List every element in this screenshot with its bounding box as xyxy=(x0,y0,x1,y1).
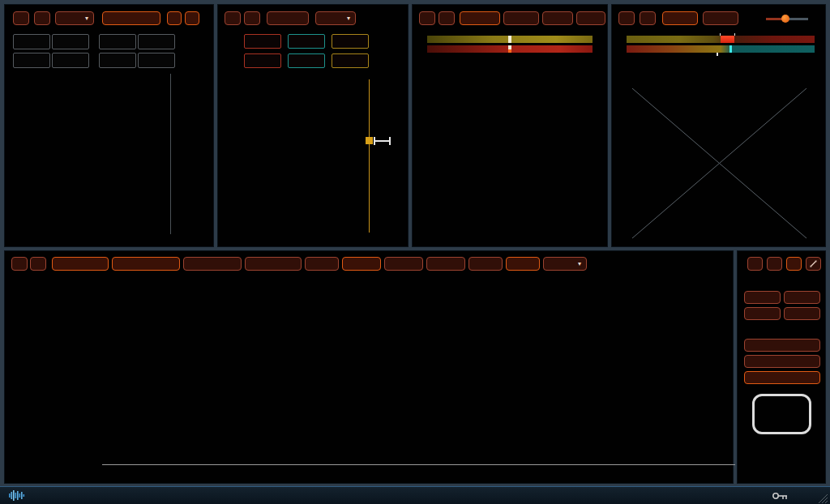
lra-range-bar xyxy=(374,140,391,142)
bit-pattern-panel xyxy=(412,4,608,247)
sl-lufs-value xyxy=(332,53,369,68)
balance-marker xyxy=(721,36,734,43)
resize-grip[interactable] xyxy=(817,493,828,504)
hawkeye-analyzer-window: { "colors": {"accent":"#ff821e","red":"#… xyxy=(0,0,830,504)
lra-histogram-axis xyxy=(369,79,370,233)
level-meter-panel: ▾ xyxy=(4,4,214,247)
solo-mid-button[interactable] xyxy=(744,307,781,320)
pano-phase-button[interactable] xyxy=(183,257,242,271)
reset-button[interactable] xyxy=(11,257,28,271)
hold-button[interactable] xyxy=(342,257,381,271)
dc-offset-left-marker xyxy=(508,36,511,43)
spl-logo xyxy=(752,394,811,434)
lra-marker xyxy=(366,137,373,144)
ballistics-slider[interactable] xyxy=(766,14,808,23)
monitoring-panel xyxy=(737,250,826,484)
dbtp-value xyxy=(138,53,175,68)
reset-button[interactable] xyxy=(225,11,241,25)
dbtp-value xyxy=(99,53,136,68)
correlation-center-tick xyxy=(717,53,718,56)
solo-side-button[interactable] xyxy=(784,307,820,320)
lin-button[interactable] xyxy=(662,11,698,25)
tab-distrib[interactable] xyxy=(503,11,539,25)
freeze-button[interactable] xyxy=(640,11,656,25)
rms-mode-button[interactable] xyxy=(102,11,160,25)
pmr-lu-value xyxy=(288,34,325,49)
left-button[interactable] xyxy=(786,257,802,271)
spectrum-panel: ▾ xyxy=(4,250,734,484)
chevron-down-icon: ▾ xyxy=(85,12,88,24)
tab-depth[interactable] xyxy=(542,11,573,25)
dc-offset-right-marker xyxy=(508,45,511,53)
freeze-button[interactable] xyxy=(439,11,455,25)
right-meter-button[interactable] xyxy=(185,11,199,25)
status-bar xyxy=(0,486,830,504)
bar-button[interactable] xyxy=(305,257,339,271)
ml-lufs-value xyxy=(288,53,325,68)
il-lufs-value xyxy=(244,53,281,68)
log-button[interactable] xyxy=(506,257,540,271)
freeze-button[interactable] xyxy=(244,11,260,25)
solo-left-button[interactable] xyxy=(744,291,781,304)
left-meter-button[interactable] xyxy=(167,11,182,25)
peak-hold-value xyxy=(99,34,136,49)
goniometer-panel xyxy=(611,4,826,247)
fft-button[interactable] xyxy=(52,257,109,271)
tab-invert[interactable] xyxy=(576,11,605,25)
peak-hold-value xyxy=(13,34,50,49)
expand-icon xyxy=(809,259,818,268)
peak-hold-value xyxy=(138,34,175,49)
tab-pattern[interactable] xyxy=(460,11,500,25)
license-key-icon[interactable] xyxy=(772,491,789,501)
plugin-alliance-icon xyxy=(8,489,26,502)
timeline-button[interactable] xyxy=(267,11,309,25)
r-solo-button[interactable] xyxy=(426,257,465,271)
expand-button[interactable] xyxy=(806,257,821,271)
spectrogram-button[interactable] xyxy=(112,257,180,271)
lu-target-dropdown[interactable]: ▾ xyxy=(315,11,356,25)
psr-lu-value xyxy=(332,34,369,49)
chevron-down-icon: ▾ xyxy=(347,12,350,24)
reset-button[interactable] xyxy=(419,11,435,25)
goniometer-scope xyxy=(671,92,830,213)
loudness-panel: ▾ xyxy=(217,4,409,247)
l-solo-button[interactable] xyxy=(384,257,423,271)
slider-knob[interactable] xyxy=(781,15,789,23)
frequency-axis xyxy=(102,464,735,465)
peak-hold-value xyxy=(52,34,89,49)
lra-range-cap xyxy=(374,137,375,145)
correlation-marker xyxy=(729,45,732,53)
solo-right-button[interactable] xyxy=(784,291,820,304)
balance-bar xyxy=(627,36,815,43)
plugin-alliance-logo[interactable] xyxy=(8,489,31,502)
reset-button[interactable] xyxy=(13,11,29,25)
lin-button[interactable] xyxy=(468,257,503,271)
dbtp-value xyxy=(13,53,50,68)
freeze-button[interactable] xyxy=(30,257,46,271)
dbtp-value xyxy=(52,53,89,68)
freeze-button[interactable] xyxy=(34,11,50,25)
correlation-bar xyxy=(627,45,815,53)
log-button[interactable] xyxy=(703,11,738,25)
transpose-button[interactable] xyxy=(744,355,820,368)
chevron-down-icon: ▾ xyxy=(578,258,581,270)
spectrum-display xyxy=(106,355,349,476)
bandpass-button[interactable] xyxy=(744,339,820,352)
reset-button[interactable] xyxy=(618,11,635,25)
third-octave-button[interactable] xyxy=(245,257,302,271)
dc-offset-left-bar xyxy=(427,36,593,43)
dc-offset-right-bar xyxy=(427,45,593,53)
monitor-source-dropdown[interactable]: ▾ xyxy=(543,257,587,271)
meter-mode-dropdown[interactable]: ▾ xyxy=(55,11,94,25)
monitor-button[interactable] xyxy=(744,371,820,384)
lra-range-cap xyxy=(389,137,391,145)
balance-tick xyxy=(720,33,721,36)
reset-button[interactable] xyxy=(747,257,763,271)
freeze-button[interactable] xyxy=(767,257,782,271)
balance-tick xyxy=(734,33,735,36)
plr-lu-value xyxy=(244,34,281,49)
